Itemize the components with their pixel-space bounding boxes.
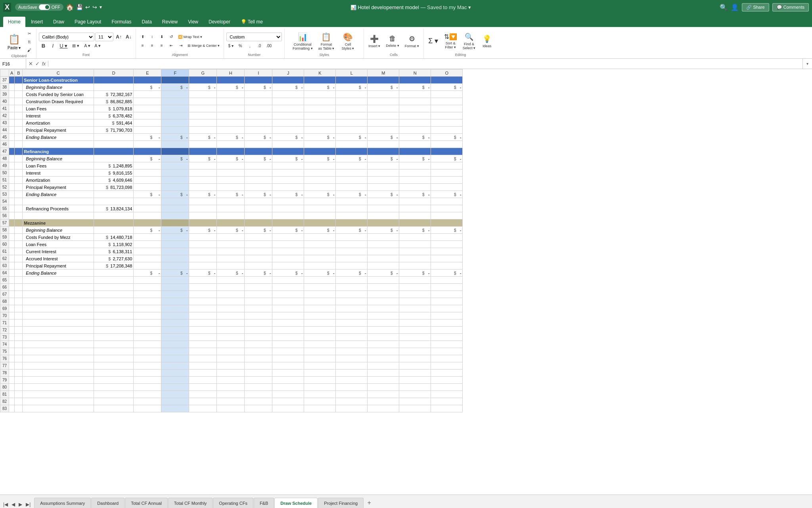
sheet-tab-fb[interactable]: F&B [254,498,274,508]
undo-icon[interactable]: ↩ [85,4,90,10]
sum-button[interactable]: Σ ▾ [426,30,440,53]
increase-indent-button[interactable]: ⇥ [176,42,185,50]
sheet-tab-project-financing[interactable]: Project Financing [318,498,364,508]
format-cells-button[interactable]: ⚙ Format ▾ [403,30,421,53]
tab-page-layout[interactable]: Page Layout [70,17,106,27]
col-header-g[interactable]: G [189,69,217,77]
redo-icon[interactable]: ↪ [92,4,97,10]
conditional-formatting-button[interactable]: 📊 ConditionalFormatting ▾ [291,30,315,53]
tab-next-button[interactable]: ▶ [17,501,24,508]
tab-tell-me[interactable]: 💡 Tell me [236,17,268,27]
autosave-label: AutoSave [18,5,37,10]
text-direction-button[interactable]: ↺ [167,33,176,41]
copy-button[interactable]: ⎘ [25,38,34,46]
format-as-table-button[interactable]: 📋 Formatas Table ▾ [316,30,337,53]
decrease-font-button[interactable]: A↓ [124,33,133,41]
align-top-button[interactable]: ⬆ [138,33,147,41]
share-button[interactable]: 🔗 Share [742,3,769,12]
tab-insert[interactable]: Insert [26,17,48,27]
sheet-tab-draw-schedule[interactable]: Draw Schedule [274,498,318,508]
save-icon[interactable]: 💾 [76,4,83,10]
sheet-tab-operating-cfs[interactable]: Operating CFs [213,498,253,508]
tab-review[interactable]: Review [157,17,182,27]
sheet-tab-assumptions[interactable]: Assumptions Summary [34,498,91,508]
col-header-c[interactable]: C [23,69,94,77]
col-header-b[interactable]: B [15,69,23,77]
tab-draw[interactable]: Draw [48,17,69,27]
autosave-badge[interactable]: AutoSave OFF [15,4,63,11]
autosave-toggle[interactable] [39,4,50,10]
sort-filter-button[interactable]: ⇅🔽 Sort &Filter ▾ [442,30,459,53]
col-header-f[interactable]: F [161,69,189,77]
merge-center-button[interactable]: ⊞ Merge & Center ▾ [186,42,222,50]
col-header-k[interactable]: K [304,69,336,77]
formula-input[interactable] [48,62,802,66]
formula-bar-expand-button[interactable]: ▾ [802,59,812,69]
grid-scroll[interactable]: A B C D E F G H I J K L M N O [0,69,812,495]
col-header-a[interactable]: A [9,69,15,77]
bold-button[interactable]: B [39,42,48,50]
col-header-m[interactable]: M [368,69,399,77]
tab-home[interactable]: Home [3,17,25,27]
sheet-tab-total-cf-annual[interactable]: Total CF Annual [125,498,168,508]
find-select-button[interactable]: 🔍 Find &Select ▾ [461,30,478,53]
home-icon[interactable]: 🏠 [66,4,74,11]
percent-button[interactable]: % [236,42,245,50]
paste-button[interactable]: 📋 Paste ▾ [4,30,24,53]
confirm-formula-icon[interactable]: ✓ [34,61,40,67]
increase-font-button[interactable]: A↑ [114,33,123,41]
align-left-button[interactable]: ≡ [138,42,147,50]
sheet-tab-dashboard[interactable]: Dashboard [91,498,124,508]
editing-group: Σ ▾ ⇅🔽 Sort &Filter ▾ 🔍 Find &Select ▾ 💡… [424,29,498,58]
italic-button[interactable]: I [48,42,57,50]
sheet-tab-total-cf-monthly[interactable]: Total CF Monthly [168,498,213,508]
col-header-j[interactable]: J [272,69,304,77]
insert-cells-button[interactable]: ➕ Insert ▾ [366,30,382,53]
search-icon[interactable]: 🔍 [720,4,728,11]
tab-prev-button[interactable]: ◀ [10,501,17,508]
align-bottom-button[interactable]: ⬇ [157,33,166,41]
cell-styles-button[interactable]: 🎨 CellStyles ▾ [338,30,358,53]
comments-button[interactable]: 💬 Comments [772,3,809,12]
tab-formulas[interactable]: Formulas [107,17,136,27]
col-header-o[interactable]: O [431,69,463,77]
col-header-e[interactable]: E [134,69,161,77]
font-size-select[interactable]: 11 [95,33,113,41]
font-name-select[interactable]: Calibri (Body) [39,33,94,41]
comma-button[interactable]: , [245,42,254,50]
decrease-decimal-button[interactable]: .00 [264,42,273,50]
underline-button[interactable]: U ▾ [58,42,69,50]
cut-button[interactable]: ✂ [25,29,34,37]
decrease-indent-button[interactable]: ⇤ [167,42,176,50]
ideas-button[interactable]: 💡 Ideas [479,30,495,53]
col-header-h[interactable]: H [217,69,245,77]
col-header-l[interactable]: L [336,69,368,77]
profile-icon[interactable]: 👤 [731,4,739,11]
currency-button[interactable]: $ ▾ [226,42,235,50]
tab-developer[interactable]: Developer [204,17,235,27]
wrap-text-button[interactable]: 🔀 Wrap Text ▾ [176,33,204,41]
col-header-n[interactable]: N [399,69,431,77]
table-row: 52Principal Repayment$ 81,723,098 [0,184,463,191]
insert-function-icon[interactable]: fx [41,61,46,67]
cell-ref-input[interactable] [2,62,26,66]
tab-first-button[interactable]: |◀ [2,501,10,508]
cancel-formula-icon[interactable]: ✕ [28,61,34,67]
format-painter-button[interactable]: 🖌 [25,46,34,54]
tab-data[interactable]: Data [137,17,156,27]
col-header-d[interactable]: D [94,69,134,77]
number-format-select[interactable]: Custom General Number Currency Accountin… [226,33,282,41]
col-header-i[interactable]: I [245,69,272,77]
border-button[interactable]: ⊞ ▾ [70,42,82,50]
add-sheet-button[interactable]: + [364,498,374,508]
fill-color-button[interactable]: A ▾ [82,42,92,50]
tab-last-button[interactable]: ▶| [24,501,32,508]
cell-reference-box[interactable] [0,59,26,69]
align-middle-button[interactable]: ↕ [148,33,157,41]
align-right-button[interactable]: ≡ [157,42,166,50]
align-center-button[interactable]: ≡ [148,42,157,50]
delete-cells-button[interactable]: 🗑 Delete ▾ [384,30,401,53]
tab-view[interactable]: View [183,17,203,27]
increase-decimal-button[interactable]: .0 [255,42,264,50]
font-color-button[interactable]: A ▾ [93,42,102,50]
